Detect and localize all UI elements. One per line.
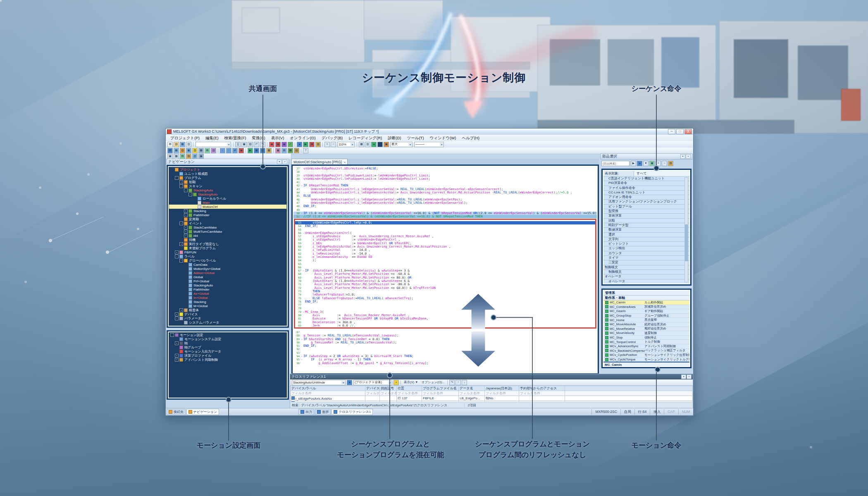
tree-item[interactable]: モーション入出力データ xyxy=(169,349,286,353)
instruction-row[interactable]: MCv_CyclicTorqueモーションサイクリックトルク制御 xyxy=(603,358,689,362)
tree-expander[interactable]: + xyxy=(179,180,183,184)
tree-item[interactable]: Ax+Global xyxy=(169,291,286,296)
display-target-row[interactable]: 表示対象: すべて xyxy=(603,171,689,176)
tree-item[interactable]: プロジェクト xyxy=(169,167,286,172)
rebuild-icon[interactable]: ◆ xyxy=(281,142,287,147)
cross-reference-header[interactable]: クロスリファレンス1 ▾ × xyxy=(290,374,693,379)
monitor-stop-icon[interactable]: ■ xyxy=(309,142,315,147)
watch1-icon[interactable]: ▣ xyxy=(254,148,259,153)
zoom-out-icon[interactable]: − xyxy=(331,142,336,147)
instruction-row[interactable]: MC_MoveRelative相対値位置決め xyxy=(603,327,689,331)
previous-icon[interactable]: ↑ xyxy=(455,380,461,385)
category-row[interactable]: ビット型ブール xyxy=(603,205,689,209)
instruction-row[interactable]: MCv_CyclicPositionモーションサイクリック位置制御 xyxy=(603,353,689,358)
tree-item[interactable]: Prf+Global xyxy=(169,279,286,283)
tree-expander[interactable]: + xyxy=(179,308,183,312)
instruction-row[interactable]: MC_Stop強制停止 xyxy=(603,336,689,340)
category-row[interactable]: 制御構文 xyxy=(603,265,689,270)
menu-item[interactable]: 変換(C) xyxy=(249,135,268,141)
tree-item[interactable]: +初期 xyxy=(169,180,286,184)
fold-marker[interactable]: − xyxy=(300,358,303,361)
fold-marker[interactable]: − xyxy=(300,184,303,187)
watch-window-icon[interactable]: ▶ xyxy=(248,148,253,153)
address-combo[interactable]: ▾ xyxy=(196,142,231,147)
category-row[interactable]: 型変換 xyxy=(603,209,689,214)
tree-item[interactable]: モーションシステム設定 xyxy=(169,337,286,341)
maximize-button[interactable]: □ xyxy=(676,129,684,134)
tree-item[interactable]: CamData xyxy=(169,262,286,267)
dock-tab-進捗[interactable]: 進捗 xyxy=(315,409,331,415)
tree-item[interactable]: +実行タイプ指定なし xyxy=(169,242,286,246)
unit-configuration-icon[interactable]: ▦ xyxy=(174,148,179,153)
category-row[interactable]: PID演算命令 xyxy=(603,181,689,186)
line-style-combo[interactable]: ────▾ xyxy=(414,142,444,147)
online-read-icon[interactable]: ↑ xyxy=(226,148,231,153)
tree-item[interactable]: Stacking xyxy=(169,300,286,304)
option-icon[interactable]: ▣ xyxy=(198,154,204,159)
monitor-start-icon[interactable]: ▶ xyxy=(303,142,308,147)
menu-item[interactable]: ウィンドウ(W) xyxy=(427,135,459,141)
tree-item[interactable]: FlatWinder xyxy=(169,287,286,291)
instruction-row[interactable]: MC_MoveAbsolute絶対値位置決め xyxy=(603,322,689,327)
paste-icon[interactable]: ▧ xyxy=(248,142,253,147)
placement-icon[interactable]: ▨ xyxy=(668,161,673,166)
tree-item[interactable]: In+Global xyxy=(169,296,286,300)
tree-item[interactable]: −ラベル xyxy=(169,254,286,258)
new-project-icon[interactable]: ▤ xyxy=(167,142,173,147)
instruction-row[interactable]: MC_TorqueControlトルク制御 xyxy=(603,340,689,344)
status-offline-icon[interactable]: ● xyxy=(377,142,383,147)
menu-item[interactable]: デバッグ(B) xyxy=(319,135,346,141)
cut-icon[interactable]: ╳ xyxy=(235,142,241,147)
save-project-icon[interactable]: ▦ xyxy=(180,142,185,147)
tree-expander[interactable]: + xyxy=(184,213,188,217)
fold-marker[interactable]: − xyxy=(302,269,305,272)
close-button[interactable]: ╳ xyxy=(684,129,692,134)
fold-marker[interactable]: − xyxy=(300,355,303,358)
menu-item[interactable]: プロジェクト(P) xyxy=(167,135,203,141)
dock-tab-ナビゲーション[interactable]: ナビゲーション xyxy=(186,409,219,415)
tree-item[interactable]: 未登録プログラム xyxy=(169,246,286,250)
tree-expander[interactable]: − xyxy=(170,333,174,337)
menu-item[interactable]: レコーディング(R) xyxy=(346,135,385,141)
category-row[interactable]: アドオン用命令 xyxy=(603,195,689,200)
window-tile-icon[interactable]: ▥ xyxy=(365,142,370,147)
display-setting-icon[interactable]: ▥ xyxy=(192,154,198,159)
menu-item[interactable]: オンライン(O) xyxy=(287,135,318,141)
window-cascade-icon[interactable]: ▦ xyxy=(359,142,364,147)
tree-expander[interactable]: − xyxy=(179,184,183,188)
category-row[interactable]: 制御構文 xyxy=(603,270,689,274)
copy-icon[interactable]: ▣ xyxy=(241,142,247,147)
tree-expander[interactable]: + xyxy=(179,242,183,246)
tree-item[interactable]: +MultiTurnCamMake xyxy=(169,229,286,234)
category-scrollbar[interactable] xyxy=(684,177,688,282)
tree-expander[interactable]: − xyxy=(184,188,188,192)
print-icon[interactable]: ▥ xyxy=(186,142,191,147)
diagnostics-icon[interactable]: ◆ xyxy=(238,148,244,153)
convert-all-icon[interactable]: ◆ xyxy=(275,142,281,147)
search-icon[interactable]: ● xyxy=(347,380,352,385)
tree-item[interactable]: 軸グループ xyxy=(169,345,286,349)
tree-item[interactable]: Addon+Global xyxy=(169,271,286,275)
tree-item[interactable]: 定周期 xyxy=(169,217,286,221)
category-row[interactable]: 比較 xyxy=(603,219,689,223)
instruction-row[interactable]: MC_CombineAxes加減算位置決め xyxy=(603,305,689,310)
find-next-icon[interactable]: ▶ xyxy=(631,161,636,166)
instruction-row[interactable]: MC_GearInギア動作開始 xyxy=(603,309,689,314)
menu-item[interactable]: 診断(D) xyxy=(385,135,404,141)
parameter-icon[interactable]: ▦ xyxy=(198,148,204,153)
dock-tab-接続先[interactable]: 接続先 xyxy=(167,409,186,415)
tree-item[interactable]: −モーション設定 xyxy=(169,333,286,337)
zoom-combo[interactable]: 110%▾ xyxy=(337,142,355,147)
tree-item[interactable]: ユニット構成図 xyxy=(169,172,286,176)
insert-mode-icon[interactable]: ▧ xyxy=(186,154,191,159)
help-icon[interactable]: ? xyxy=(303,148,308,153)
tree-expander[interactable]: + xyxy=(175,250,179,254)
navigation-window-icon[interactable]: ▤ xyxy=(167,148,173,153)
category-row[interactable]: オペレータ xyxy=(603,279,689,284)
instruction-row[interactable]: MC_GroupStopグループ強制停止 xyxy=(603,314,689,318)
category-row[interactable]: 算術演算 xyxy=(603,214,689,218)
label-icon[interactable]: ▣ xyxy=(186,148,191,153)
tree-item[interactable]: +FB/FUN xyxy=(169,250,286,254)
menu-item[interactable]: 編集(E) xyxy=(203,135,222,141)
undo-icon[interactable]: ↶ xyxy=(254,142,259,147)
